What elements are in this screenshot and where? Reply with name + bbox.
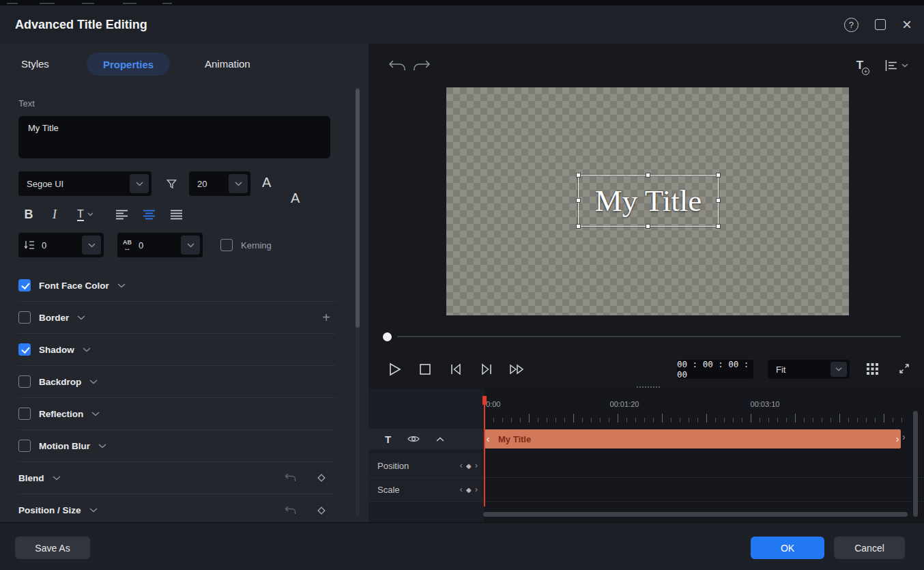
font-filter-icon[interactable] xyxy=(162,175,180,193)
zoom-mode-select[interactable]: Fit xyxy=(768,360,850,379)
font-family-select[interactable]: Segoe UI xyxy=(18,171,151,196)
panel-scrollbar[interactable] xyxy=(356,87,360,515)
title-selection-box[interactable]: My Title xyxy=(578,175,719,227)
timeline-ruler[interactable] xyxy=(485,414,908,423)
chevron-down-icon[interactable] xyxy=(89,380,98,384)
next-frame-button[interactable] xyxy=(478,360,495,378)
kerning-checkbox[interactable] xyxy=(220,239,233,251)
selection-handle-w[interactable] xyxy=(576,198,581,203)
border-checkbox[interactable] xyxy=(18,311,31,324)
reflection-checkbox[interactable] xyxy=(18,408,31,420)
close-icon[interactable]: × xyxy=(902,18,912,31)
clip-right-trim-handle[interactable]: › xyxy=(894,433,901,444)
add-textbox-icon[interactable]: T + xyxy=(850,56,869,75)
align-center-icon[interactable] xyxy=(141,203,157,226)
prev-keyframe-icon[interactable]: ‹ xyxy=(460,486,463,493)
chevron-up-icon[interactable] xyxy=(436,437,444,442)
title-clip[interactable]: ‹ My Title › xyxy=(485,429,901,448)
align-left-icon[interactable] xyxy=(113,203,130,226)
letter-spacing-combo[interactable]: AB ↔ 0 xyxy=(117,233,203,257)
text-align-tool-icon[interactable] xyxy=(882,59,912,72)
chevron-down-icon[interactable] xyxy=(117,283,126,288)
fast-forward-button[interactable] xyxy=(508,360,526,378)
safe-zone-grid-icon[interactable] xyxy=(865,362,879,375)
title-text-input[interactable]: My Title xyxy=(18,116,330,158)
preview-canvas[interactable]: My Title xyxy=(446,87,849,315)
font-size-select[interactable]: 20 xyxy=(189,171,250,196)
shadow-checkbox[interactable] xyxy=(18,343,31,356)
add-keyframe-icon[interactable]: ◆ xyxy=(466,462,472,470)
font-increase-button[interactable]: A ∧ xyxy=(262,175,369,190)
add-border-icon[interactable]: + xyxy=(322,310,330,326)
font-family-chevron-down-icon[interactable] xyxy=(130,174,149,193)
backdrop-checkbox[interactable] xyxy=(18,375,31,388)
chevron-down-icon[interactable] xyxy=(77,315,85,320)
section-motion-blur[interactable]: Motion Blur xyxy=(18,430,336,462)
add-keyframe-icon[interactable]: ◆ xyxy=(466,486,472,494)
chevron-down-icon[interactable] xyxy=(53,476,61,481)
chevron-down-icon[interactable] xyxy=(89,508,98,513)
line-spacing-combo[interactable]: 0 xyxy=(18,233,104,257)
scale-row-lane[interactable] xyxy=(485,478,924,502)
text-track-icon[interactable]: T xyxy=(385,433,391,445)
save-as-button[interactable]: Save As xyxy=(15,537,90,559)
undo-icon[interactable] xyxy=(388,59,407,72)
stop-button[interactable] xyxy=(416,360,434,378)
maximize-icon[interactable] xyxy=(875,19,886,30)
fullscreen-icon[interactable] xyxy=(897,361,912,376)
playhead-line[interactable] xyxy=(484,396,485,507)
selection-handle-e[interactable] xyxy=(716,198,721,203)
section-position-size[interactable]: Position / Size xyxy=(18,494,336,522)
font-size-chevron-down-icon[interactable] xyxy=(229,174,248,193)
bold-button[interactable]: B xyxy=(20,203,37,226)
reset-icon[interactable] xyxy=(285,473,296,483)
tab-styles[interactable]: Styles xyxy=(21,44,49,85)
ok-button[interactable]: OK xyxy=(751,537,824,559)
chevron-down-icon[interactable] xyxy=(83,347,91,352)
redo-icon[interactable] xyxy=(412,59,431,72)
prev-keyframe-icon[interactable]: ‹ xyxy=(460,462,463,469)
line-spacing-chevron-down-icon[interactable] xyxy=(82,236,101,255)
position-row-lane[interactable] xyxy=(485,454,924,478)
section-border[interactable]: Border + xyxy=(18,302,336,334)
italic-button[interactable]: I xyxy=(46,203,63,226)
reset-icon[interactable] xyxy=(285,506,296,515)
timeline-vertical-scrollbar[interactable] xyxy=(913,411,918,517)
section-reflection[interactable]: Reflection xyxy=(18,398,336,430)
playhead-handle[interactable] xyxy=(482,396,487,405)
play-button[interactable] xyxy=(386,360,403,378)
keyframe-diamond-icon[interactable] xyxy=(317,506,326,515)
panel-resize-handle[interactable] xyxy=(637,386,660,388)
selection-handle-n[interactable] xyxy=(646,173,650,177)
tab-animation[interactable]: Animation xyxy=(205,44,250,85)
panel-scrollbar-thumb[interactable] xyxy=(356,89,360,328)
chevron-down-icon[interactable] xyxy=(98,444,106,448)
chevron-down-icon[interactable] xyxy=(91,412,100,416)
visibility-eye-icon[interactable] xyxy=(407,434,420,444)
next-keyframe-icon[interactable]: › xyxy=(475,486,478,493)
section-shadow[interactable]: Shadow xyxy=(18,334,336,366)
next-keyframe-icon[interactable]: › xyxy=(475,462,478,469)
cancel-button[interactable]: Cancel xyxy=(834,537,905,559)
selection-handle-sw[interactable] xyxy=(576,224,581,229)
selection-handle-nw[interactable] xyxy=(576,173,581,177)
selection-handle-ne[interactable] xyxy=(716,173,721,177)
tab-properties[interactable]: Properties xyxy=(87,53,170,76)
letter-spacing-chevron-down-icon[interactable] xyxy=(181,236,200,255)
section-font-face-color[interactable]: Font Face Color xyxy=(18,270,336,302)
seek-handle[interactable] xyxy=(383,332,392,341)
font-face-color-checkbox[interactable] xyxy=(18,279,31,291)
zoom-chevron-down-icon[interactable] xyxy=(831,362,847,377)
motion-blur-checkbox[interactable] xyxy=(18,440,31,452)
clip-left-trim-handle[interactable]: ‹ xyxy=(485,433,491,444)
preview-title-text[interactable]: My Title xyxy=(595,183,702,218)
timeline-horizontal-scrollbar[interactable] xyxy=(483,512,908,517)
seek-track[interactable] xyxy=(397,336,901,337)
selection-handle-se[interactable] xyxy=(716,224,721,229)
text-style-button[interactable]: T xyxy=(72,203,98,226)
previous-frame-button[interactable] xyxy=(447,360,465,378)
selection-handle-s[interactable] xyxy=(646,224,650,229)
section-blend[interactable]: Blend xyxy=(18,462,336,494)
keyframe-diamond-icon[interactable] xyxy=(317,473,326,483)
clip-out-marker[interactable]: › xyxy=(902,431,906,442)
